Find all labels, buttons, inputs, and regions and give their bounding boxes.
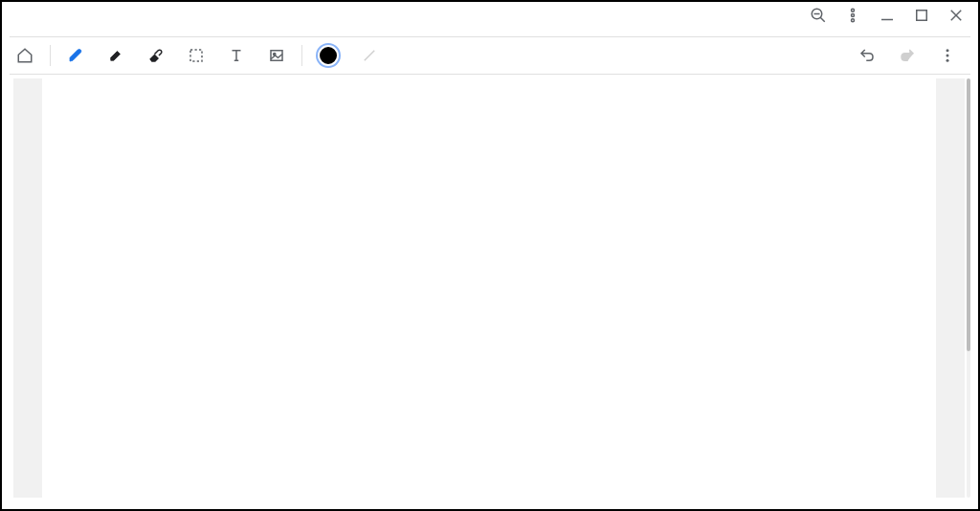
toolbar [10,36,970,75]
marker-icon[interactable] [106,46,125,65]
color-swatch[interactable] [318,45,339,66]
svg-point-3 [852,9,855,11]
pen-icon[interactable] [66,46,85,65]
separator [301,45,302,66]
more-vert-icon[interactable] [844,7,861,24]
text-icon[interactable] [227,46,246,65]
vertical-scrollbar[interactable] [967,78,970,498]
zoom-out-icon[interactable] [810,7,827,24]
eraser-icon[interactable] [146,46,166,65]
canvas-area[interactable] [13,78,967,498]
svg-line-1 [820,17,825,22]
home-icon[interactable] [15,46,34,65]
svg-rect-10 [190,50,202,61]
svg-point-4 [852,14,855,17]
svg-line-16 [365,51,375,61]
minimize-icon[interactable] [879,7,896,24]
close-icon[interactable] [947,7,965,24]
separator [50,45,51,66]
svg-point-18 [947,55,949,57]
laser-icon[interactable] [360,46,379,65]
toolbar-more-icon[interactable] [938,46,957,65]
svg-point-19 [947,59,949,62]
select-icon[interactable] [187,46,206,65]
svg-point-5 [852,19,855,22]
undo-icon[interactable] [858,46,877,65]
svg-rect-7 [917,11,927,21]
scrollbar-thumb[interactable] [967,78,970,351]
redo-icon[interactable] [898,46,917,65]
svg-point-17 [947,49,949,52]
image-icon[interactable] [267,46,286,65]
maximize-icon[interactable] [913,7,930,24]
